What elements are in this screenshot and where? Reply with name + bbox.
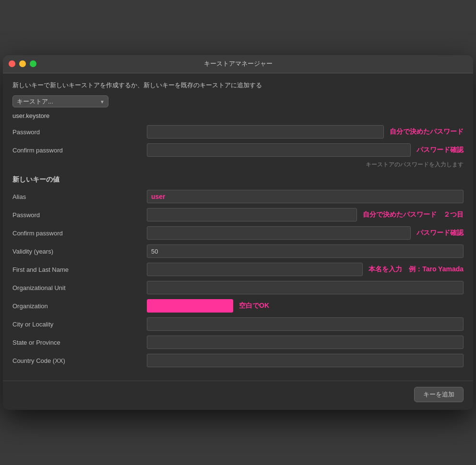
key-confirm-password-annotation: パスワード確認 <box>416 229 464 237</box>
main-content: 新しいキーで新しいキーストアを作成するか、新しいキーを既存のキーストアに追加する… <box>3 73 473 381</box>
keystore-dropdown[interactable]: キーストア... <box>12 95 108 107</box>
window-title: キーストアマネージャー <box>204 59 273 68</box>
minimize-button[interactable] <box>19 60 26 67</box>
alias-row: Alias <box>12 189 464 204</box>
key-confirm-password-label: Confirm password <box>12 230 147 237</box>
password-row: Password 自分で決めたパスワード <box>12 124 464 140</box>
hint-text: キーストアのパスワードを入力します <box>366 161 464 169</box>
maximize-button[interactable] <box>30 60 36 67</box>
first-last-name-label: First and Last Name <box>12 266 147 273</box>
confirm-password-input[interactable] <box>147 143 411 157</box>
key-password-row: Password 自分で決めたパスワード ２つ目 <box>12 207 464 222</box>
city-locality-row: City or Locality <box>12 316 464 332</box>
country-code-label: Country Code (XX) <box>12 357 147 364</box>
first-last-name-annotation: 本名を入力 例：Taro Yamada <box>369 265 464 274</box>
password-annotation: 自分で決めたパスワード <box>390 128 464 136</box>
country-code-input[interactable] <box>147 354 464 367</box>
organization-row: Organization 空白でOK <box>12 298 464 314</box>
org-unit-label: Organizational Unit <box>12 284 147 291</box>
first-last-name-input[interactable] <box>147 263 363 276</box>
validity-row: Validity (years) <box>12 244 464 259</box>
validity-label: Validity (years) <box>12 248 147 255</box>
key-password-annotation: 自分で決めたパスワード ２つ目 <box>363 210 464 219</box>
hint-row: キーストアのパスワードを入力します <box>12 161 464 169</box>
organization-annotation: 空白でOK <box>239 302 269 310</box>
key-confirm-password-input[interactable] <box>147 226 411 240</box>
org-unit-row: Organizational Unit <box>12 280 464 295</box>
key-confirm-password-row: Confirm password パスワード確認 <box>12 225 464 241</box>
confirm-password-label: Confirm password <box>12 147 147 154</box>
country-code-row: Country Code (XX) <box>12 353 464 368</box>
alias-input[interactable] <box>147 190 464 203</box>
confirm-password-row: Confirm password パスワード確認 <box>12 142 464 158</box>
window-controls <box>9 60 36 67</box>
org-unit-input[interactable] <box>147 281 464 294</box>
organization-label: Organization <box>12 302 147 310</box>
close-button[interactable] <box>9 60 15 67</box>
keystore-manager-window: キーストアマネージャー 新しいキーで新しいキーストアを作成するか、新しいキーを既… <box>3 55 473 410</box>
confirm-password-annotation: パスワード確認 <box>416 146 464 154</box>
city-locality-input[interactable] <box>147 317 464 331</box>
state-province-row: State or Province <box>12 335 464 350</box>
keystore-filename: user.keystore <box>12 112 464 119</box>
key-password-input[interactable] <box>147 208 357 221</box>
organization-input[interactable] <box>147 299 233 313</box>
dropdown-row: キーストア... ▼ <box>12 95 464 107</box>
new-key-section-title: 新しいキーの値 <box>12 175 464 184</box>
title-bar: キーストアマネージャー <box>3 55 473 73</box>
dropdown-wrapper: キーストア... ▼ <box>12 95 108 107</box>
password-label: Password <box>12 128 147 136</box>
add-key-button[interactable]: キーを追加 <box>414 387 464 402</box>
city-locality-label: City or Locality <box>12 321 147 328</box>
validity-input[interactable] <box>147 244 464 258</box>
alias-label: Alias <box>12 193 147 200</box>
first-last-name-row: First and Last Name 本名を入力 例：Taro Yamada <box>12 262 464 277</box>
state-province-input[interactable] <box>147 336 464 349</box>
subtitle-text: 新しいキーで新しいキーストアを作成するか、新しいキーを既存のキーストアに追加する <box>12 81 464 90</box>
state-province-label: State or Province <box>12 339 147 346</box>
footer: キーを追加 <box>3 381 473 410</box>
key-password-label: Password <box>12 211 147 219</box>
password-input[interactable] <box>147 125 384 139</box>
